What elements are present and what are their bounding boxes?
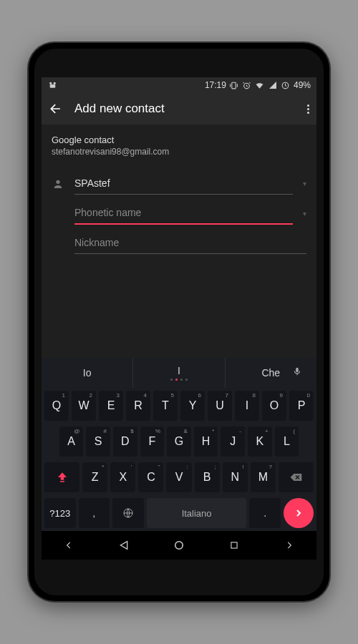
name-input[interactable]: SPAstef bbox=[74, 172, 293, 195]
key-v[interactable]: V: bbox=[166, 462, 191, 492]
key-b[interactable]: B; bbox=[195, 462, 220, 492]
key-z[interactable]: Z* bbox=[82, 462, 107, 492]
suggestion-left[interactable]: Io bbox=[42, 358, 132, 388]
key-l[interactable]: L( bbox=[275, 426, 299, 457]
symbols-key[interactable]: ?123 bbox=[44, 498, 76, 528]
key-s[interactable]: S# bbox=[86, 426, 110, 457]
person-icon bbox=[52, 178, 64, 190]
page-title: Add new contact bbox=[74, 102, 165, 116]
key-u[interactable]: U7 bbox=[208, 391, 232, 421]
nickname-input[interactable]: Nickname bbox=[74, 232, 306, 254]
key-y[interactable]: Y6 bbox=[180, 391, 205, 421]
keyboard: Io I Che Q1W2E3R4T5Y6U7I8O9P0 A@S#D$F%G&… bbox=[42, 358, 316, 531]
nav-recent-icon[interactable] bbox=[216, 540, 252, 550]
comma-key[interactable]: , bbox=[79, 498, 110, 528]
nav-back-icon[interactable] bbox=[106, 540, 142, 551]
account-type-label: Google contact bbox=[52, 135, 306, 145]
key-j[interactable]: J- bbox=[221, 426, 245, 457]
key-o[interactable]: O9 bbox=[262, 391, 286, 421]
key-p[interactable]: P0 bbox=[289, 391, 314, 421]
key-t[interactable]: T5 bbox=[153, 391, 178, 421]
navigation-bar bbox=[42, 531, 316, 560]
name-field-row: SPAstef ▾ bbox=[52, 172, 306, 195]
mic-icon[interactable] bbox=[292, 366, 302, 376]
key-h[interactable]: H* bbox=[194, 426, 218, 457]
keyboard-row-3: Z*X'C"V:B;N!M? bbox=[42, 459, 316, 495]
nav-next-icon[interactable] bbox=[271, 540, 307, 550]
key-a[interactable]: A@ bbox=[59, 426, 84, 457]
sync-icon bbox=[281, 80, 291, 90]
account-email: stefanotrevisani98@gmail.com bbox=[52, 147, 306, 157]
suggestion-bar: Io I Che bbox=[42, 358, 316, 388]
key-f[interactable]: F% bbox=[140, 426, 165, 457]
status-time: 17:19 bbox=[205, 80, 226, 90]
nickname-field-row: Nickname bbox=[52, 232, 306, 254]
contact-form: Google contact stefanotrevisani98@gmail.… bbox=[42, 125, 316, 358]
key-n[interactable]: N! bbox=[223, 462, 248, 492]
battery-percent: 49% bbox=[294, 80, 311, 90]
key-g[interactable]: G& bbox=[167, 426, 191, 457]
app-bar: Add new contact bbox=[42, 93, 316, 125]
key-d[interactable]: D$ bbox=[113, 426, 137, 457]
keyboard-row-2: A@S#D$F%G&H*J-K+L( bbox=[42, 424, 316, 459]
phonetic-name-input[interactable]: Phonetic name bbox=[74, 202, 293, 225]
svg-rect-3 bbox=[232, 82, 236, 89]
overflow-menu-icon[interactable] bbox=[307, 104, 309, 114]
key-r[interactable]: R4 bbox=[126, 391, 150, 421]
svg-rect-7 bbox=[296, 368, 299, 372]
notification-icon bbox=[47, 80, 57, 90]
svg-rect-2 bbox=[49, 84, 55, 87]
svg-point-6 bbox=[56, 180, 59, 183]
nav-home-icon[interactable] bbox=[161, 539, 197, 552]
svg-point-1 bbox=[53, 82, 55, 84]
key-m[interactable]: M? bbox=[251, 462, 276, 492]
back-arrow-icon[interactable] bbox=[49, 102, 63, 116]
signal-icon bbox=[268, 80, 278, 90]
svg-point-10 bbox=[175, 542, 183, 550]
key-i[interactable]: I8 bbox=[235, 391, 259, 421]
chevron-down-icon[interactable]: ▾ bbox=[303, 210, 306, 218]
key-x[interactable]: X' bbox=[110, 462, 135, 492]
space-key[interactable]: Italiano bbox=[147, 498, 247, 528]
key-w[interactable]: W2 bbox=[72, 391, 96, 421]
status-bar: 17:19 49% bbox=[42, 77, 316, 93]
backspace-key[interactable] bbox=[279, 462, 314, 492]
svg-rect-8 bbox=[60, 481, 64, 482]
nav-prev-icon[interactable] bbox=[51, 540, 87, 550]
chevron-down-icon[interactable]: ▾ bbox=[303, 180, 306, 187]
keyboard-row-bottom: ?123 , Italiano . bbox=[42, 495, 316, 531]
key-q[interactable]: Q1 bbox=[44, 391, 69, 421]
wifi-icon bbox=[255, 80, 265, 90]
vibrate-icon bbox=[229, 80, 239, 90]
key-c[interactable]: C" bbox=[138, 462, 163, 492]
svg-rect-11 bbox=[231, 542, 237, 548]
language-key[interactable] bbox=[112, 498, 144, 528]
key-k[interactable]: K+ bbox=[248, 426, 272, 457]
keyboard-row-1: Q1W2E3R4T5Y6U7I8O9P0 bbox=[42, 388, 316, 424]
svg-point-0 bbox=[49, 82, 52, 84]
suggestion-right[interactable]: Che bbox=[225, 358, 316, 388]
enter-key[interactable] bbox=[284, 498, 314, 528]
period-key[interactable]: . bbox=[249, 498, 281, 528]
suggestion-middle[interactable]: I bbox=[132, 358, 224, 388]
phonetic-field-row: Phonetic name ▾ bbox=[52, 202, 306, 225]
key-e[interactable]: E3 bbox=[99, 391, 123, 421]
shift-key[interactable] bbox=[44, 462, 79, 492]
alarm-icon bbox=[242, 80, 252, 90]
